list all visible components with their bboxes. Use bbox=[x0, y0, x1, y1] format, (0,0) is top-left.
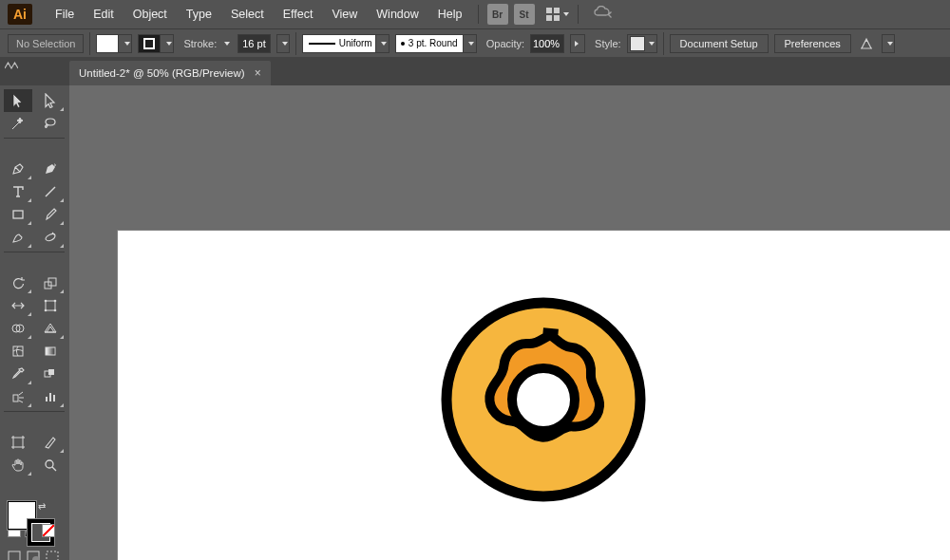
svg-rect-15 bbox=[13, 438, 23, 447]
fill-swatch bbox=[96, 34, 119, 53]
slice-tool[interactable] bbox=[36, 431, 65, 454]
type-tool[interactable] bbox=[4, 180, 32, 203]
artboard[interactable] bbox=[117, 230, 950, 560]
document-tab[interactable]: Untitled-2* @ 50% (RGB/Preview) × bbox=[69, 61, 271, 85]
svg-point-5 bbox=[54, 300, 57, 303]
graphic-style-control[interactable] bbox=[627, 34, 657, 53]
menu-file[interactable]: File bbox=[46, 4, 84, 25]
artwork-donut[interactable] bbox=[434, 290, 653, 509]
symbol-sprayer-tool[interactable] bbox=[4, 385, 32, 408]
lasso-tool[interactable] bbox=[36, 112, 65, 135]
artboard-tool[interactable] bbox=[4, 431, 32, 454]
pen-tool[interactable] bbox=[4, 158, 32, 180]
bridge-icon[interactable]: Br bbox=[487, 4, 508, 25]
zoom-tool[interactable] bbox=[36, 454, 65, 476]
stroke-color-control[interactable] bbox=[138, 34, 174, 53]
opacity-menu[interactable] bbox=[570, 34, 585, 53]
free-transform-tool[interactable] bbox=[36, 294, 65, 317]
preferences-button[interactable]: Preferences bbox=[774, 34, 851, 53]
menu-window[interactable]: Window bbox=[367, 4, 428, 25]
chevron-down-icon bbox=[468, 42, 474, 46]
tool-panel-handle-area bbox=[0, 57, 69, 85]
gpu-preview-icon[interactable] bbox=[594, 6, 613, 23]
stock-icon[interactable]: St bbox=[514, 4, 535, 25]
brush-dot-icon bbox=[401, 42, 405, 46]
stroke-label[interactable]: Stroke: bbox=[183, 38, 217, 49]
brush-definition[interactable]: 3 pt. Round bbox=[395, 34, 477, 53]
document-setup-button[interactable]: Document Setup bbox=[670, 34, 769, 53]
eyedropper-tool[interactable] bbox=[4, 363, 32, 385]
control-bar: No Selection Stroke: 16 pt Uniform 3 pt.… bbox=[0, 28, 950, 57]
mesh-tool[interactable] bbox=[4, 340, 32, 363]
draw-mode-row bbox=[4, 547, 65, 560]
eraser-tool[interactable] bbox=[36, 226, 65, 249]
brush-label: 3 pt. Round bbox=[408, 38, 458, 48]
magic-wand-tool[interactable] bbox=[4, 112, 32, 135]
fill-color-control[interactable] bbox=[96, 34, 132, 53]
chevron-down-icon bbox=[563, 12, 569, 16]
color-mode-none[interactable] bbox=[42, 524, 55, 537]
brush-menu[interactable] bbox=[464, 34, 477, 53]
svg-point-4 bbox=[45, 300, 48, 303]
menu-object[interactable]: Object bbox=[124, 4, 177, 25]
opacity-field[interactable]: 100% bbox=[530, 34, 564, 53]
panel-collapse-handle[interactable] bbox=[2, 59, 21, 72]
scale-tool[interactable] bbox=[36, 271, 65, 294]
perspective-grid-tool[interactable] bbox=[36, 317, 65, 340]
svg-rect-14 bbox=[13, 395, 18, 401]
graphic-style-swatch bbox=[630, 36, 645, 51]
stroke-weight-menu[interactable] bbox=[276, 34, 290, 53]
direct-selection-tool[interactable] bbox=[36, 89, 65, 112]
menu-select[interactable]: Select bbox=[221, 4, 274, 25]
stroke-profile-preview: Uniform bbox=[302, 34, 376, 53]
paintbrush-tool[interactable] bbox=[36, 203, 65, 226]
shape-builder-tool[interactable] bbox=[4, 317, 32, 340]
menu-bar: Ai File Edit Object Type Select Effect V… bbox=[0, 0, 950, 28]
width-tool[interactable] bbox=[4, 294, 32, 317]
svg-rect-0 bbox=[13, 211, 23, 218]
svg-rect-10 bbox=[13, 346, 23, 356]
separator bbox=[89, 32, 90, 55]
rectangle-tool[interactable] bbox=[4, 203, 32, 226]
rotate-tool[interactable] bbox=[4, 271, 32, 294]
column-graph-tool[interactable] bbox=[36, 385, 65, 408]
fill-swatch-menu[interactable] bbox=[119, 34, 132, 53]
line-segment-tool[interactable] bbox=[36, 180, 65, 203]
style-label[interactable]: Style: bbox=[595, 38, 621, 49]
svg-rect-17 bbox=[9, 551, 20, 560]
curvature-tool[interactable] bbox=[36, 158, 65, 180]
stroke-weight-link[interactable] bbox=[222, 42, 232, 46]
chevron-down-icon bbox=[649, 42, 655, 46]
canvas-area[interactable] bbox=[69, 85, 950, 560]
opacity-label[interactable]: Opacity: bbox=[486, 38, 524, 49]
arrange-documents-button[interactable] bbox=[543, 5, 572, 24]
draw-normal-icon[interactable] bbox=[8, 551, 21, 560]
align-to-pixel-icon[interactable] bbox=[857, 34, 876, 53]
chevron-down-icon bbox=[887, 42, 893, 46]
draw-behind-icon[interactable] bbox=[27, 551, 40, 560]
shaper-tool[interactable] bbox=[4, 226, 32, 249]
selection-indicator[interactable]: No Selection bbox=[8, 34, 84, 53]
blend-tool[interactable] bbox=[36, 363, 65, 385]
menu-separator bbox=[478, 5, 479, 24]
menu-effect[interactable]: Effect bbox=[274, 4, 323, 25]
swap-fill-stroke-icon[interactable]: ⇄ bbox=[38, 501, 46, 512]
fill-stroke-indicator[interactable]: ⇄ bbox=[4, 499, 65, 547]
stroke-weight-field[interactable]: 16 pt bbox=[238, 34, 270, 53]
hand-tool[interactable] bbox=[4, 454, 32, 476]
arrange-documents-icon bbox=[546, 8, 560, 21]
draw-inside-icon[interactable] bbox=[46, 551, 59, 560]
gradient-tool[interactable] bbox=[36, 340, 65, 363]
stroke-swatch-menu[interactable] bbox=[161, 34, 174, 53]
chevron-down-icon bbox=[282, 42, 288, 46]
align-menu[interactable] bbox=[882, 34, 895, 53]
menu-help[interactable]: Help bbox=[428, 4, 472, 25]
menu-view[interactable]: View bbox=[322, 4, 367, 25]
stroke-profile-menu[interactable] bbox=[376, 34, 390, 53]
variable-width-profile[interactable]: Uniform bbox=[302, 34, 390, 53]
selection-tool[interactable] bbox=[4, 89, 32, 112]
menu-type[interactable]: Type bbox=[177, 4, 221, 25]
stroke-swatch bbox=[138, 34, 161, 53]
menu-edit[interactable]: Edit bbox=[84, 4, 124, 25]
close-icon[interactable]: × bbox=[255, 66, 261, 80]
